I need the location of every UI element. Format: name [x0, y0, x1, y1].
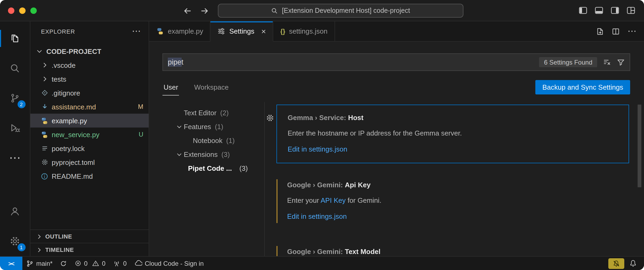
remote-indicator[interactable]: ><	[0, 257, 22, 270]
tree-item-poetry-lock[interactable]: poetry.lock	[30, 141, 149, 155]
setting-google-gemini-api-key[interactable]: Google › Gemini: Api Key Enter your API …	[276, 172, 629, 230]
settings-badge: 1	[17, 243, 25, 251]
ports-status-item[interactable]: 0	[109, 257, 130, 270]
tree-item-vscode[interactable]: .vscode	[30, 58, 149, 72]
cloud-code-status-item[interactable]: Cloud Code - Sign in	[131, 257, 207, 270]
branch-status-item[interactable]: main*	[22, 257, 71, 270]
command-center-label: [Extension Development Host] code-projec…	[282, 7, 410, 14]
backup-sync-settings-button[interactable]: Backup and Sync Settings	[535, 80, 630, 94]
back-arrow-icon[interactable]	[183, 6, 192, 15]
tab-settings[interactable]: Settings ×	[211, 21, 274, 42]
file-tree: CODE-PROJECT .vscode tests	[30, 42, 149, 229]
bell-slash-icon	[613, 260, 620, 267]
split-editor-icon[interactable]	[612, 27, 620, 35]
tab-close-icon[interactable]: ×	[261, 29, 266, 34]
tab-example-py[interactable]: example.py	[149, 21, 211, 41]
chevron-right-icon	[40, 75, 49, 83]
toc-features[interactable]: Features (1)	[149, 120, 264, 133]
setting-name: Text Model	[345, 248, 381, 256]
settings-sliders-icon	[218, 27, 226, 35]
filter-icon[interactable]	[617, 58, 625, 66]
tree-item-example-py[interactable]: example.py	[30, 114, 149, 128]
setting-gear-icon[interactable]	[266, 114, 274, 122]
warnings-icon	[92, 260, 99, 267]
customize-layout-icon[interactable]	[626, 6, 635, 15]
radio-tower-icon	[113, 260, 120, 267]
open-settings-json-icon[interactable]	[596, 27, 604, 35]
scope-tab-workspace[interactable]: Workspace	[193, 83, 230, 96]
activity-more[interactable]: ⋯	[0, 143, 30, 173]
ellipsis-icon: ⋯	[9, 155, 21, 161]
tab-settings-json[interactable]: {} settings.json	[273, 21, 335, 41]
chevron-right-icon	[35, 233, 43, 240]
json-braces-icon: {}	[280, 27, 285, 35]
tab-bar: example.py Settings × {} settings.json	[149, 21, 644, 42]
activity-search[interactable]	[0, 53, 30, 83]
git-file-icon	[40, 89, 49, 97]
activity-run-debug[interactable]	[0, 113, 30, 143]
notifications-muted-alert[interactable]	[608, 258, 624, 269]
tree-item-new-service-py[interactable]: new_service.py U	[30, 128, 149, 141]
markdown-file-icon	[40, 103, 49, 110]
outline-section-header[interactable]: OUTLINE	[30, 229, 149, 243]
activity-settings[interactable]: 1	[0, 226, 30, 256]
setting-description: Enter the hostname or IP address for the…	[288, 128, 618, 138]
sidebar-title: EXPLORER	[41, 28, 75, 35]
settings-scope-tabs: User Workspace Backup and Sync Settings	[162, 77, 630, 96]
search-selected-text: pipe	[168, 58, 181, 67]
activity-bar: 2 ⋯ 1	[0, 21, 30, 256]
setting-name: Api Key	[345, 181, 371, 189]
git-branch-icon	[26, 260, 34, 267]
tree-item-gitignore[interactable]: .gitignore	[30, 86, 149, 100]
scrollbar[interactable]	[638, 105, 641, 187]
more-actions-icon[interactable]: ⋯	[627, 29, 637, 34]
explorer-actions-icon[interactable]: ⋯	[132, 29, 141, 34]
setting-category: Gemma › Service:	[288, 114, 348, 122]
chevron-down-icon	[35, 47, 44, 55]
errors-icon	[74, 260, 81, 267]
activity-explorer[interactable]	[0, 23, 30, 53]
notifications-bell[interactable]	[629, 259, 644, 267]
tree-item-tests[interactable]: tests	[30, 72, 149, 86]
problems-status-item[interactable]: 0 0	[71, 257, 109, 270]
python-file-icon	[40, 130, 49, 138]
settings-search-input[interactable]: pipe t 6 Settings Found	[162, 53, 630, 71]
api-key-link[interactable]: API Key	[321, 196, 346, 204]
setting-google-gemini-text-model[interactable]: Google › Gemini: Text Model	[276, 239, 629, 256]
tree-item-readme-md[interactable]: README.md	[30, 169, 149, 183]
zoom-window-button[interactable]	[30, 7, 37, 14]
toggle-secondary-sidebar-icon[interactable]	[610, 6, 619, 15]
toc-extensions[interactable]: Extensions (3)	[149, 147, 264, 161]
tree-item-assistance-md[interactable]: assistance.md M	[30, 100, 149, 114]
edit-in-settings-json-link[interactable]: Edit in settings.json	[287, 211, 618, 221]
lock-file-icon	[40, 145, 49, 152]
toggle-panel-icon[interactable]	[594, 6, 604, 15]
tree-root-code-project[interactable]: CODE-PROJECT	[30, 44, 149, 58]
window-controls	[8, 7, 37, 14]
settings-toc: Text Editor (2) Features (1) Notebook	[149, 102, 265, 256]
minimize-window-button[interactable]	[19, 7, 26, 14]
toc-pipet-code[interactable]: Pipet Code ... (3)	[149, 161, 264, 175]
toggle-primary-sidebar-icon[interactable]	[578, 6, 588, 15]
activity-source-control[interactable]: 2	[0, 83, 30, 113]
setting-category: Google › Gemini:	[287, 248, 345, 256]
chevron-down-icon	[174, 151, 184, 158]
scm-badge: 2	[17, 100, 25, 108]
timeline-section-header[interactable]: TIMELINE	[30, 243, 149, 256]
close-window-button[interactable]	[8, 7, 14, 14]
chevron-down-icon	[174, 123, 184, 130]
tree-item-pyproject-toml[interactable]: pyproject.toml	[30, 155, 149, 169]
scope-tab-user[interactable]: User	[162, 83, 179, 96]
edit-in-settings-json-link[interactable]: Edit in settings.json	[288, 144, 618, 154]
toc-text-editor[interactable]: Text Editor (2)	[149, 106, 264, 120]
setting-gemma-service-host[interactable]: Gemma › Service: Host Enter the hostname…	[276, 105, 629, 163]
toc-notebook[interactable]: Notebook (1)	[149, 133, 264, 147]
clear-search-results-icon[interactable]	[603, 58, 611, 66]
command-center[interactable]: [Extension Development Host] code-projec…	[218, 4, 463, 18]
settings-found-badge: 6 Settings Found	[539, 57, 597, 67]
search-rest-text: t	[181, 58, 184, 66]
activity-accounts[interactable]	[0, 196, 30, 226]
forward-arrow-icon[interactable]	[200, 6, 209, 15]
config-gear-icon	[40, 158, 49, 166]
explorer-sidebar: EXPLORER ⋯ CODE-PROJECT .vscode	[30, 21, 149, 256]
